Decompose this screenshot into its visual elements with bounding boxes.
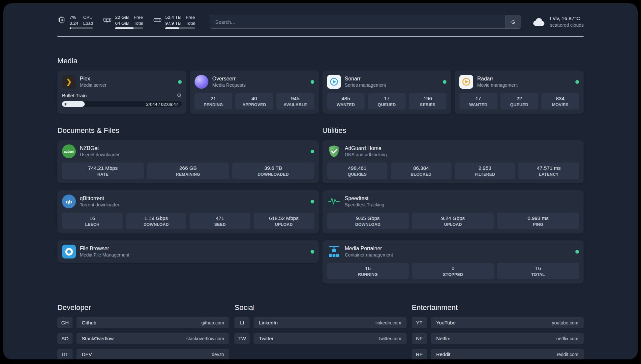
status-dot [575,80,579,84]
status-dot [443,80,446,84]
stat-latency: 47.571 ms LATENCY [518,163,579,179]
stat-pending: 21 PENDING [195,93,232,109]
status-dot [311,80,314,84]
stat-approved: 40 APPROVED [235,93,273,109]
status-dot [311,250,314,254]
plex-icon: ❯ [62,75,76,89]
service-card-plex[interactable]: ❯ Plex Media server Bullet Train ⚙ [57,71,186,114]
search-input[interactable] [210,15,505,28]
section-documents: Documents & Files nzbget NZBGet Usenet d… [57,126,319,284]
sonarr-icon [327,75,341,89]
settings-gear-icon[interactable]: ⚙ [177,93,182,98]
playback-time: 24:44 / 02:06:47 [146,102,178,106]
stat-available: 945 AVAILABLE [276,93,314,109]
cpu-widget: 7% 3.24 CPU Load [57,15,93,29]
section-title-social: Social [234,303,406,312]
stat-downloaded: 39.6 TB DOWNLOADED [232,163,314,179]
now-playing-title: Bullet Train [62,93,87,98]
bookmark-netflix[interactable]: NF Netflix netflix.com [412,333,584,344]
overseerr-icon [195,75,208,89]
bookmark-abbr: DT [57,349,73,359]
stat-upload: 618.52 Mbps UPLOAD [254,213,314,229]
service-subtitle: Speedtest Tracking [345,202,384,208]
bookmark-name: YouTube [436,320,456,325]
stat-series: 196 SERIES [409,93,446,109]
qbittorrent-icon: qb [62,195,76,208]
service-name: Media Portainer [345,245,393,252]
service-name: qBittorrent [80,195,119,202]
service-card-qbittorrent[interactable]: qb qBittorrent Torrent downloader 16 LEE… [57,190,319,233]
stat-upload: 9.24 Gbps UPLOAD [412,213,494,229]
cpu-load-label: Load [83,20,93,26]
storage-total-label: Total [186,20,195,26]
bookmark-domain: reddit.com [557,352,578,357]
service-subtitle: Usenet downloader [80,152,120,158]
bookmark-youtube[interactable]: YT YouTube youtube.com [412,317,584,328]
pause-icon [65,103,66,106]
service-subtitle: Media server [80,82,107,88]
stat-download: 9.65 Gbps DOWNLOAD [327,213,409,229]
stat-queued: 22 QUEUED [501,93,538,109]
service-card-filebrowser[interactable]: File Browser Media File Management [57,240,319,263]
service-card-radarr[interactable]: Radarr Movie management 17 WANTED 22 QUE… [455,71,584,114]
bookmark-reddit[interactable]: RE Reddit reddit.com [412,349,584,359]
playback-progress-bar[interactable]: 24:44 / 02:06:47 [62,101,182,107]
section-media: Media ❯ Plex Media server Bullet Train ⚙ [57,57,584,114]
stat-wanted: 485 WANTED [327,93,365,109]
stat-remaining: 266 GB REMAINING [147,163,229,179]
service-card-portainer[interactable]: Media Portainer Container management 16 … [322,240,584,284]
bookmark-github[interactable]: GH Github github.com [57,317,229,328]
section-developer: Developer GH Github github.com SO StackO… [57,303,229,359]
service-card-adguard[interactable]: AdGuard Home DNS and adblocking 498,461 … [322,140,584,183]
bookmark-twitter[interactable]: TW Twitter twitter.com [234,333,406,344]
cpu-load-value: 3.24 [70,20,78,26]
bookmark-abbr: TW [234,333,250,344]
bookmark-name: Netflix [436,336,450,341]
cloud-icon [531,16,546,28]
storage-free-value: 52.4 TB [165,15,181,20]
stat-movies: 834 MOVIES [541,93,579,109]
weather-condition: scattered clouds [550,22,584,28]
service-subtitle: DNS and adblocking [345,152,387,158]
storage-total-value: 97.9 TB [165,20,181,26]
bookmark-domain: linkedin.com [376,320,401,325]
service-card-speedtest[interactable]: Speedtest Speedtest Tracking 9.65 Gbps D… [322,190,584,233]
nzbget-icon: nzbget [62,144,76,158]
service-card-overseerr[interactable]: Overseerr Media Requests 21 PENDING 40 A… [190,71,319,114]
radarr-icon [459,75,473,89]
service-name: Plex [80,76,107,82]
cpu-usage-value: 7% [70,15,78,20]
status-dot [178,80,182,84]
service-card-sonarr[interactable]: Sonarr Series management 485 WANTED 17 Q… [322,71,451,114]
stat-queued: 17 QUEUED [368,93,406,109]
bookmark-linkedin[interactable]: LI LinkedIn linkedin.com [234,317,406,328]
search-provider-button[interactable]: G [505,15,521,28]
top-bar: 7% 3.24 CPU Load [57,15,584,29]
storage-free-label: Free [186,15,195,20]
section-utilities: Utilities [322,126,584,284]
portainer-icon [327,245,341,258]
service-subtitle: Media Requests [212,82,246,88]
service-name: File Browser [80,245,129,252]
section-title-documents: Documents & Files [57,126,319,135]
bookmark-dev[interactable]: DT DEV dev.to [57,349,229,359]
service-name: AdGuard Home [345,145,387,152]
service-card-nzbget[interactable]: nzbget NZBGet Usenet downloader 744.21 M… [57,140,319,183]
bookmark-abbr: LI [234,317,250,328]
memory-total-value: 64 GiB [115,20,129,26]
service-subtitle: Series management [345,82,386,88]
bookmark-stackoverflow[interactable]: SO StackOverflow stackoverflow.com [57,333,229,344]
bookmark-name: Twitter [259,336,273,341]
adguard-icon [327,144,341,158]
bookmark-abbr: RE [412,349,427,359]
cpu-icon [57,15,66,24]
bookmark-domain: dev.to [212,352,224,357]
stat-leech: 16 LEECH [62,213,123,229]
service-subtitle: Container management [345,252,393,258]
section-entertainment: Entertainment YT YouTube youtube.com NF … [412,303,584,359]
stat-wanted: 17 WANTED [459,93,497,109]
storage-widget: 52.4 TB 97.9 TB Free Total [153,15,195,29]
bookmark-abbr: YT [412,317,427,328]
section-title-entertainment: Entertainment [412,303,584,312]
bookmark-name: DEV [82,351,92,357]
